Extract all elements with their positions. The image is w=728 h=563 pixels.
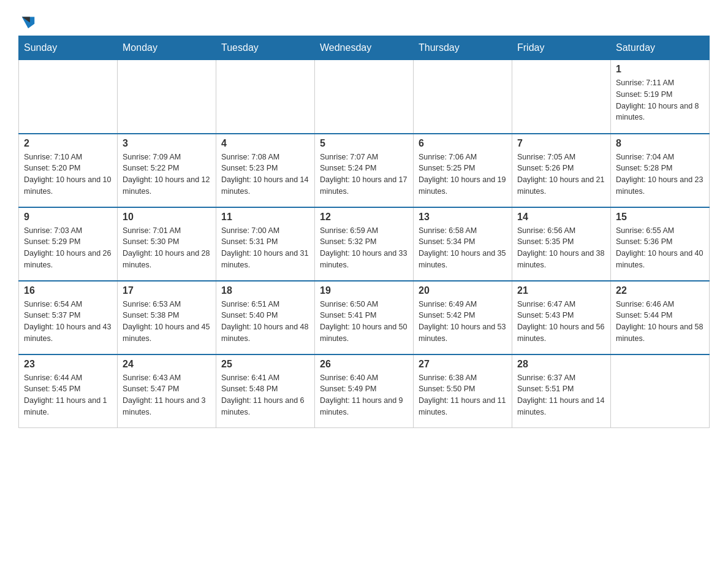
day-info: Sunrise: 7:07 AMSunset: 5:24 PMDaylight:…	[320, 151, 408, 197]
day-number: 22	[616, 285, 704, 296]
calendar-day-cell	[19, 60, 118, 134]
day-number: 26	[320, 359, 408, 370]
weekday-header-monday: Monday	[118, 36, 216, 60]
calendar-day-cell: 23Sunrise: 6:44 AMSunset: 5:45 PMDayligh…	[19, 354, 118, 428]
page-header	[18, 12, 710, 29]
calendar-week-row: 9Sunrise: 7:03 AMSunset: 5:29 PMDaylight…	[19, 207, 710, 281]
weekday-header-saturday: Saturday	[611, 36, 710, 60]
day-number: 13	[419, 212, 507, 223]
day-number: 7	[517, 138, 605, 149]
calendar-day-cell: 25Sunrise: 6:41 AMSunset: 5:48 PMDayligh…	[216, 354, 315, 428]
day-number: 3	[123, 138, 211, 149]
calendar-week-row: 2Sunrise: 7:10 AMSunset: 5:20 PMDaylight…	[19, 134, 710, 207]
day-number: 17	[123, 285, 211, 296]
day-number: 19	[320, 285, 408, 296]
calendar-day-cell: 28Sunrise: 6:37 AMSunset: 5:51 PMDayligh…	[512, 354, 611, 428]
day-number: 28	[517, 359, 605, 370]
day-info: Sunrise: 6:40 AMSunset: 5:49 PMDaylight:…	[320, 372, 408, 418]
day-info: Sunrise: 7:00 AMSunset: 5:31 PMDaylight:…	[221, 225, 309, 271]
day-info: Sunrise: 6:54 AMSunset: 5:37 PMDaylight:…	[24, 299, 112, 345]
day-info: Sunrise: 7:03 AMSunset: 5:29 PMDaylight:…	[24, 225, 112, 271]
calendar-day-cell: 16Sunrise: 6:54 AMSunset: 5:37 PMDayligh…	[19, 281, 118, 354]
calendar-day-cell: 10Sunrise: 7:01 AMSunset: 5:30 PMDayligh…	[118, 207, 216, 281]
day-info: Sunrise: 7:06 AMSunset: 5:25 PMDaylight:…	[419, 151, 507, 197]
logo	[18, 12, 37, 29]
calendar-day-cell: 24Sunrise: 6:43 AMSunset: 5:47 PMDayligh…	[118, 354, 216, 428]
day-number: 6	[419, 138, 507, 149]
calendar-day-cell: 17Sunrise: 6:53 AMSunset: 5:38 PMDayligh…	[118, 281, 216, 354]
day-info: Sunrise: 7:08 AMSunset: 5:23 PMDaylight:…	[221, 151, 309, 197]
day-number: 1	[616, 64, 704, 75]
calendar-day-cell: 8Sunrise: 7:04 AMSunset: 5:28 PMDaylight…	[611, 134, 710, 207]
calendar-day-cell: 27Sunrise: 6:38 AMSunset: 5:50 PMDayligh…	[414, 354, 512, 428]
day-number: 18	[221, 285, 309, 296]
calendar-day-cell: 12Sunrise: 6:59 AMSunset: 5:32 PMDayligh…	[315, 207, 414, 281]
calendar-day-cell: 7Sunrise: 7:05 AMSunset: 5:26 PMDaylight…	[512, 134, 611, 207]
calendar-week-row: 16Sunrise: 6:54 AMSunset: 5:37 PMDayligh…	[19, 281, 710, 354]
day-number: 14	[517, 212, 605, 223]
calendar-day-cell: 13Sunrise: 6:58 AMSunset: 5:34 PMDayligh…	[414, 207, 512, 281]
logo-general-text	[18, 12, 37, 29]
day-number: 2	[24, 138, 112, 149]
day-info: Sunrise: 7:11 AMSunset: 5:19 PMDaylight:…	[616, 77, 704, 123]
day-number: 4	[221, 138, 309, 149]
day-info: Sunrise: 6:49 AMSunset: 5:42 PMDaylight:…	[419, 299, 507, 345]
day-number: 20	[419, 285, 507, 296]
day-info: Sunrise: 7:09 AMSunset: 5:22 PMDaylight:…	[123, 151, 211, 197]
logo-arrow-icon	[20, 12, 37, 29]
day-number: 5	[320, 138, 408, 149]
calendar-day-cell: 20Sunrise: 6:49 AMSunset: 5:42 PMDayligh…	[414, 281, 512, 354]
day-info: Sunrise: 6:38 AMSunset: 5:50 PMDaylight:…	[419, 372, 507, 418]
day-info: Sunrise: 6:55 AMSunset: 5:36 PMDaylight:…	[616, 225, 704, 271]
calendar-day-cell: 14Sunrise: 6:56 AMSunset: 5:35 PMDayligh…	[512, 207, 611, 281]
calendar-day-cell	[118, 60, 216, 134]
day-info: Sunrise: 6:51 AMSunset: 5:40 PMDaylight:…	[221, 299, 309, 345]
day-info: Sunrise: 6:50 AMSunset: 5:41 PMDaylight:…	[320, 299, 408, 345]
day-number: 11	[221, 212, 309, 223]
day-info: Sunrise: 6:58 AMSunset: 5:34 PMDaylight:…	[419, 225, 507, 271]
day-info: Sunrise: 6:59 AMSunset: 5:32 PMDaylight:…	[320, 225, 408, 271]
calendar-day-cell: 11Sunrise: 7:00 AMSunset: 5:31 PMDayligh…	[216, 207, 315, 281]
day-info: Sunrise: 6:41 AMSunset: 5:48 PMDaylight:…	[221, 372, 309, 418]
calendar-table: SundayMondayTuesdayWednesdayThursdayFrid…	[18, 36, 710, 428]
calendar-day-cell: 3Sunrise: 7:09 AMSunset: 5:22 PMDaylight…	[118, 134, 216, 207]
day-number: 16	[24, 285, 112, 296]
day-info: Sunrise: 7:10 AMSunset: 5:20 PMDaylight:…	[24, 151, 112, 197]
calendar-day-cell: 21Sunrise: 6:47 AMSunset: 5:43 PMDayligh…	[512, 281, 611, 354]
day-number: 8	[616, 138, 704, 149]
day-info: Sunrise: 6:47 AMSunset: 5:43 PMDaylight:…	[517, 299, 605, 345]
calendar-day-cell: 5Sunrise: 7:07 AMSunset: 5:24 PMDaylight…	[315, 134, 414, 207]
day-info: Sunrise: 7:01 AMSunset: 5:30 PMDaylight:…	[123, 225, 211, 271]
calendar-day-cell	[611, 354, 710, 428]
day-number: 25	[221, 359, 309, 370]
day-info: Sunrise: 6:37 AMSunset: 5:51 PMDaylight:…	[517, 372, 605, 418]
calendar-week-row: 1Sunrise: 7:11 AMSunset: 5:19 PMDaylight…	[19, 60, 710, 134]
calendar-day-cell: 6Sunrise: 7:06 AMSunset: 5:25 PMDaylight…	[414, 134, 512, 207]
calendar-day-cell: 1Sunrise: 7:11 AMSunset: 5:19 PMDaylight…	[611, 60, 710, 134]
calendar-day-cell: 18Sunrise: 6:51 AMSunset: 5:40 PMDayligh…	[216, 281, 315, 354]
calendar-day-cell	[216, 60, 315, 134]
calendar-day-cell	[315, 60, 414, 134]
day-number: 10	[123, 212, 211, 223]
calendar-week-row: 23Sunrise: 6:44 AMSunset: 5:45 PMDayligh…	[19, 354, 710, 428]
day-info: Sunrise: 7:04 AMSunset: 5:28 PMDaylight:…	[616, 151, 704, 197]
day-info: Sunrise: 6:53 AMSunset: 5:38 PMDaylight:…	[123, 299, 211, 345]
day-number: 21	[517, 285, 605, 296]
calendar-day-cell: 4Sunrise: 7:08 AMSunset: 5:23 PMDaylight…	[216, 134, 315, 207]
day-info: Sunrise: 6:44 AMSunset: 5:45 PMDaylight:…	[24, 372, 112, 418]
day-info: Sunrise: 7:05 AMSunset: 5:26 PMDaylight:…	[517, 151, 605, 197]
day-info: Sunrise: 6:46 AMSunset: 5:44 PMDaylight:…	[616, 299, 704, 345]
calendar-day-cell: 9Sunrise: 7:03 AMSunset: 5:29 PMDaylight…	[19, 207, 118, 281]
day-number: 24	[123, 359, 211, 370]
calendar-day-cell: 15Sunrise: 6:55 AMSunset: 5:36 PMDayligh…	[611, 207, 710, 281]
day-number: 9	[24, 212, 112, 223]
weekday-header-friday: Friday	[512, 36, 611, 60]
calendar-day-cell: 22Sunrise: 6:46 AMSunset: 5:44 PMDayligh…	[611, 281, 710, 354]
day-info: Sunrise: 6:43 AMSunset: 5:47 PMDaylight:…	[123, 372, 211, 418]
weekday-header-tuesday: Tuesday	[216, 36, 315, 60]
weekday-header-sunday: Sunday	[19, 36, 118, 60]
calendar-day-cell	[414, 60, 512, 134]
weekday-header-wednesday: Wednesday	[315, 36, 414, 60]
day-number: 23	[24, 359, 112, 370]
calendar-day-cell: 2Sunrise: 7:10 AMSunset: 5:20 PMDaylight…	[19, 134, 118, 207]
